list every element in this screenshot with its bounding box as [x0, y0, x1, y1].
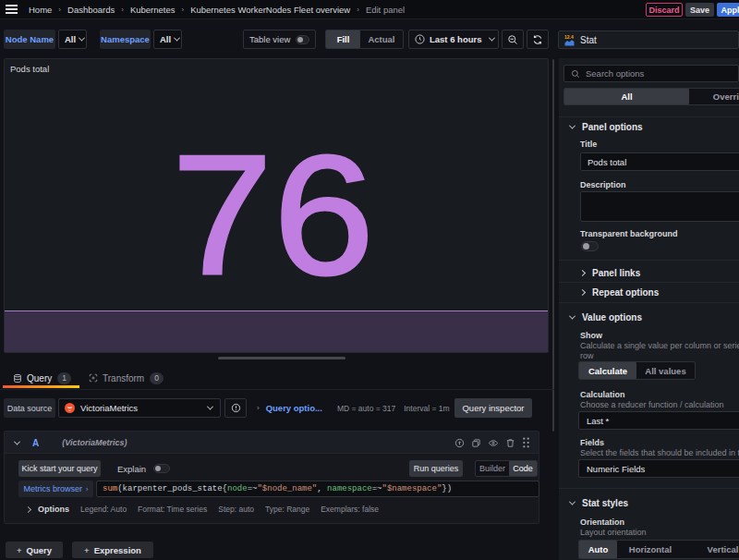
- svg-text:12.4: 12.4: [564, 34, 574, 40]
